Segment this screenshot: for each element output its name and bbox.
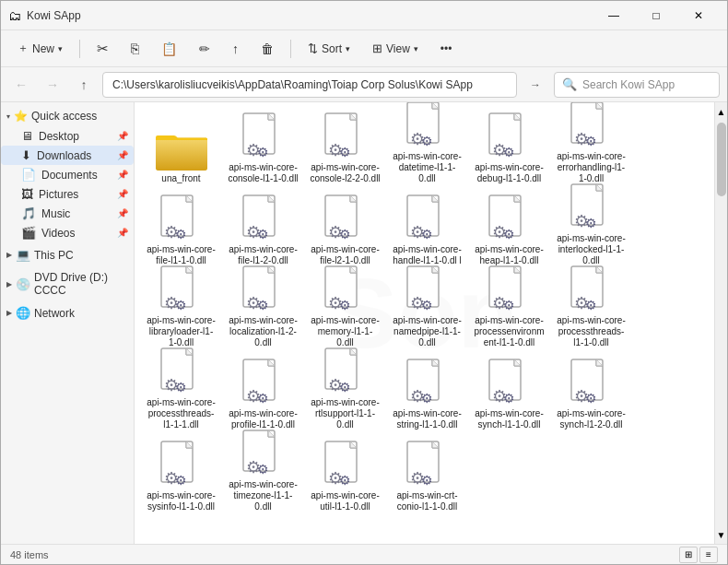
- search-placeholder: Search Kowi SApp: [582, 78, 675, 91]
- sidebar-item-videos[interactable]: 🎬 Videos 📌: [1, 223, 134, 242]
- file-item[interactable]: ⚙ ⚙ api-ms-win-core-timezone-l1-1-0.dll: [224, 438, 302, 516]
- dll-icon: ⚙ ⚙: [324, 347, 367, 395]
- dll-icon: ⚙ ⚙: [160, 441, 203, 488]
- minimize-button[interactable]: —: [593, 1, 635, 30]
- view-button[interactable]: ⊞ View ▾: [363, 34, 428, 64]
- gear-icon-2: ⚙: [257, 299, 269, 312]
- file-item[interactable]: ⚙ ⚙ api-ms-win-core-libraryloader-l1-1-0…: [142, 274, 220, 352]
- share-icon: ↑: [232, 41, 239, 56]
- forward-button[interactable]: →: [40, 72, 65, 98]
- file-item[interactable]: ⚙ ⚙ api-ms-win-core-util-l1-1-0.dll: [306, 438, 384, 516]
- sidebar-quick-access: ▾ ⭐ Quick access 🖥 Desktop 📌 ⬇ Downloads…: [1, 106, 134, 242]
- up-button[interactable]: ↑: [71, 72, 97, 98]
- paste-icon: 📋: [161, 41, 177, 56]
- dvd-header[interactable]: ▶ 💿 DVD Drive (D:) CCCC: [1, 267, 134, 300]
- this-pc-label: This PC: [34, 249, 74, 262]
- more-button[interactable]: •••: [431, 34, 462, 64]
- file-item[interactable]: ⚙ ⚙ api-ms-win-core-handle-l1-1-0.dl l: [388, 192, 466, 270]
- file-item[interactable]: ⚙ ⚙ api-ms-win-core-file-l2-1-0.dll: [306, 192, 384, 270]
- gear-icon-2: ⚙: [257, 392, 269, 405]
- dll-icon: ⚙ ⚙: [160, 194, 203, 242]
- file-item[interactable]: ⚙ ⚙ api-ms-win-core-localization-l1-2-0.…: [224, 274, 302, 352]
- sort-label: Sort: [322, 42, 342, 55]
- file-item[interactable]: ⚙ ⚙ api-ms-win-core-processenvironment-l…: [470, 274, 548, 352]
- gear-icon-2: ⚙: [585, 217, 597, 230]
- dll-icon: ⚙ ⚙: [406, 359, 449, 406]
- rename-button[interactable]: ✏: [190, 34, 219, 64]
- dll-icon: ⚙ ⚙: [406, 265, 449, 313]
- sidebar-item-documents-label: Documents: [41, 169, 98, 182]
- file-label: api-ms-win-core-string-l1-1-0.dll: [392, 408, 463, 430]
- paste-button[interactable]: 📋: [152, 34, 186, 64]
- file-label: api-ms-win-core-console-l1-1-0.dll: [228, 162, 299, 184]
- list-view-button[interactable]: ≡: [699, 547, 718, 563]
- search-box[interactable]: 🔍 Search Kowi SApp: [554, 72, 720, 98]
- file-label: api-ms-win-core-errorhandling-l1-1-0.dll: [556, 151, 627, 184]
- scroll-up-button[interactable]: ▲: [715, 102, 727, 121]
- file-item[interactable]: ⚙ ⚙ api-ms-win-core-file-l1-2-0.dll: [224, 192, 302, 270]
- file-item[interactable]: ⚙ ⚙ api-ms-win-core-file-l1-1-0.dll: [142, 192, 220, 270]
- file-item[interactable]: ⚙ ⚙ api-ms-win-core-heap-l1-1-0.dll: [470, 192, 548, 270]
- file-item[interactable]: ⚙ ⚙ api-ms-win-core-processthreads-l1-1-…: [142, 356, 220, 434]
- network-header[interactable]: ▶ 🌐 Network: [1, 302, 134, 324]
- sidebar-item-pictures[interactable]: 🖼 Pictures 📌: [1, 184, 134, 204]
- grid-view-button[interactable]: ⊞: [679, 547, 698, 563]
- cut-button[interactable]: ✂: [88, 34, 118, 64]
- sidebar-item-documents[interactable]: 📄 Documents 📌: [1, 165, 134, 184]
- file-item[interactable]: ⚙ ⚙ api-ms-win-core-sysinfo-l1-1-0.dll: [142, 438, 220, 516]
- file-item[interactable]: una_front: [142, 110, 220, 188]
- gear-icon-2: ⚙: [421, 474, 433, 487]
- file-label: api-ms-win-core-localization-l1-2-0.dll: [228, 315, 299, 348]
- scroll-thumb[interactable]: [717, 123, 726, 196]
- file-item[interactable]: ⚙ ⚙ api-ms-win-core-console-l1-1-0.dll: [224, 110, 302, 188]
- pin-icon-vid: 📌: [117, 228, 128, 238]
- close-button[interactable]: ✕: [677, 1, 720, 30]
- this-pc-header[interactable]: ▶ 💻 This PC: [1, 244, 134, 265]
- file-label: api-ms-win-core-handle-l1-1-0.dl l: [392, 244, 463, 266]
- scrollbar[interactable]: ▲ ▼: [714, 102, 727, 544]
- file-item[interactable]: ⚙ ⚙ api-ms-win-core-debug-l1-1-0.dll: [470, 110, 548, 188]
- maximize-button[interactable]: □: [635, 1, 677, 30]
- file-item[interactable]: ⚙ ⚙ api-ms-win-core-namedpipe-l1-1-0.dll: [388, 274, 466, 352]
- quick-access-header[interactable]: ▾ ⭐ Quick access: [1, 106, 134, 126]
- file-label: una_front: [146, 173, 217, 184]
- file-item[interactable]: ⚙ ⚙ api-ms-win-core-memory-l1-1-0.dll: [306, 274, 384, 352]
- scroll-down-button[interactable]: ▼: [715, 525, 727, 544]
- address-path: C:\Users\karolisliucveikis\AppData\Roami…: [112, 78, 473, 91]
- file-item[interactable]: ⚙ ⚙ api-ms-win-crt-conio-l1-1-0.dll: [388, 438, 466, 516]
- sidebar-item-music[interactable]: 🎵 Music 📌: [1, 204, 134, 223]
- file-item[interactable]: ⚙ ⚙ api-ms-win-core-synch-l1-1-0.dll: [470, 356, 548, 434]
- sort-button[interactable]: ⇅ Sort ▾: [299, 34, 359, 64]
- back-button[interactable]: ←: [8, 72, 34, 98]
- gear-icon-2: ⚙: [175, 474, 187, 487]
- file-item[interactable]: ⚙ ⚙ api-ms-win-core-datetime-l1-1-0.dll: [388, 110, 466, 188]
- pin-icon-dl: 📌: [117, 150, 128, 160]
- file-item[interactable]: ⚙ ⚙ api-ms-win-core-errorhandling-l1-1-0…: [552, 110, 630, 188]
- network-icon: 🌐: [16, 306, 30, 320]
- sidebar-item-downloads[interactable]: ⬇ Downloads 📌: [1, 146, 134, 165]
- share-button[interactable]: ↑: [223, 34, 248, 64]
- sidebar-item-desktop-label: Desktop: [39, 130, 79, 143]
- address-box[interactable]: C:\Users\karolisliucveikis\AppData\Roami…: [102, 72, 517, 98]
- file-label: api-ms-win-core-libraryloader-l1-1-0.dll: [146, 315, 217, 348]
- gear-icon-2: ⚙: [503, 228, 515, 241]
- file-label: api-ms-win-core-file-l1-1-0.dll: [146, 244, 217, 266]
- address-arrow-button[interactable]: →: [523, 72, 548, 98]
- pictures-icon: 🖼: [21, 187, 33, 201]
- file-item[interactable]: ⚙ ⚙ api-ms-win-core-string-l1-1-0.dll: [388, 356, 466, 434]
- file-item[interactable]: ⚙ ⚙ api-ms-win-core-synch-l1-2-0.dll: [552, 356, 630, 434]
- sidebar: ▾ ⭐ Quick access 🖥 Desktop 📌 ⬇ Downloads…: [1, 102, 135, 544]
- sidebar-item-videos-label: Videos: [41, 227, 75, 240]
- delete-button[interactable]: 🗑: [252, 34, 283, 64]
- dll-icon: ⚙ ⚙: [160, 265, 203, 313]
- file-label: api-ms-win-core-timezone-l1-1-0.dll: [228, 479, 299, 512]
- file-item[interactable]: ⚙ ⚙ api-ms-win-core-console-l2-2-0.dll: [306, 110, 384, 188]
- copy-button[interactable]: ⎘: [122, 34, 148, 64]
- new-button[interactable]: ＋ New ▾: [8, 34, 72, 64]
- file-item[interactable]: ⚙ ⚙ api-ms-win-core-rtlsupport-l1-1-0.dl…: [306, 356, 384, 434]
- file-item[interactable]: ⚙ ⚙ api-ms-win-core-profile-l1-1-0.dll: [224, 356, 302, 434]
- sidebar-item-desktop[interactable]: 🖥 Desktop 📌: [1, 126, 134, 146]
- file-item[interactable]: ⚙ ⚙ api-ms-win-core-processthreads-l1-1-…: [552, 274, 630, 352]
- file-label: api-ms-win-core-file-l1-2-0.dll: [228, 244, 299, 266]
- file-item[interactable]: ⚙ ⚙ api-ms-win-core-interlocked-l1-1-0.d…: [552, 192, 630, 270]
